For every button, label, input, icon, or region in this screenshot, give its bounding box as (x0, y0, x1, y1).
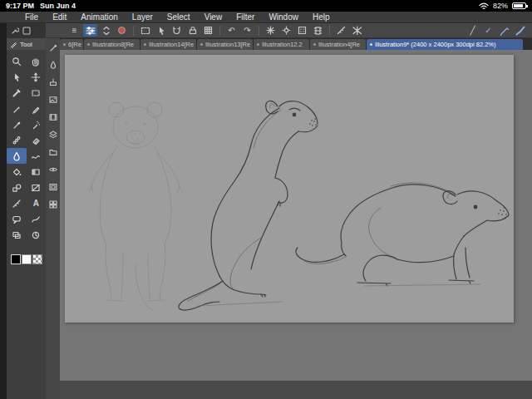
command-toolbar: ≡ ↶ ↷ (46, 23, 532, 38)
pencil-icon (10, 41, 17, 48)
snap-icon[interactable] (170, 24, 184, 37)
tool-panel-top-icons[interactable] (7, 23, 46, 38)
menu-help[interactable]: Help (313, 12, 330, 22)
subtool-folder-icon[interactable] (48, 147, 58, 157)
check-line-icon[interactable]: ✓ (481, 24, 495, 37)
menu-filter[interactable]: Filter (236, 12, 254, 22)
pencil-tool-icon[interactable] (27, 101, 47, 116)
operation-tool-icon[interactable] (7, 69, 27, 85)
document-tab-3[interactable]: Illustration13[Re (197, 39, 253, 50)
secondary-color-swatch[interactable] (22, 254, 32, 264)
color-swatches (11, 254, 43, 264)
subtool-navigator-icon[interactable] (48, 182, 58, 192)
transform-icon[interactable] (154, 24, 168, 37)
marquee-select-icon[interactable] (138, 24, 152, 37)
brush-stroke-icon[interactable] (513, 24, 527, 37)
sketch-rat-standing-profile (179, 101, 318, 310)
subtool-layers-icon[interactable] (48, 130, 58, 140)
date: Sun Jun 4 (40, 2, 76, 10)
tool-panel-header[interactable]: Tool (7, 38, 46, 50)
gradient-tool-icon[interactable] (27, 164, 47, 180)
subtool-eye-icon[interactable] (48, 165, 58, 175)
eyedropper-tool-icon[interactable] (7, 85, 27, 101)
wifi-icon (479, 2, 489, 10)
eraser-tool-icon[interactable] (27, 132, 47, 148)
menu-edit[interactable]: Edit (52, 12, 66, 22)
canvas-workspace (60, 50, 532, 381)
subtool-material-icon[interactable] (48, 200, 58, 209)
battery-percent: 82% (493, 2, 508, 10)
line-correction-tool-icon[interactable] (27, 211, 47, 227)
sync-icon[interactable] (115, 24, 129, 37)
canvas-artwork (65, 55, 514, 323)
document-tab-1[interactable]: Illustration8[Re (84, 39, 140, 50)
subtool-stamp-icon[interactable] (48, 77, 58, 87)
fill-tool-icon[interactable] (7, 164, 27, 180)
transparent-color-swatch[interactable] (32, 254, 42, 264)
panel-switch-icon (22, 27, 31, 35)
line-mode-icon[interactable]: ╱ (466, 24, 480, 37)
status-bar: 9:17 PM Sun Jun 4 82% (0, 0, 532, 12)
frame-border-tool-icon[interactable] (27, 180, 47, 195)
ruler-tool-icon[interactable] (7, 195, 27, 211)
menu-animation[interactable]: Animation (81, 12, 117, 22)
main-menu-icon[interactable]: ≡ (67, 24, 81, 37)
screentone-icon[interactable] (295, 24, 309, 37)
bottom-band (60, 381, 532, 399)
lock-icon[interactable] (185, 24, 200, 37)
canvas[interactable] (65, 55, 514, 323)
timeline-tool-icon[interactable] (27, 227, 47, 243)
menu-layer[interactable]: Layer (132, 12, 153, 22)
decoration-tool-icon[interactable] (7, 132, 27, 148)
document-tab-5[interactable]: Illustration4[Re (310, 39, 366, 50)
document-tab-2[interactable]: Illustration14[Re (140, 39, 196, 50)
perspective-icon[interactable] (350, 24, 364, 37)
move-tool-icon[interactable] (27, 69, 47, 85)
sketch-rat-front (89, 102, 182, 310)
document-tab-active[interactable]: Illustration9* (2400 x 2400px 300dpi 82.… (367, 39, 523, 50)
menu-file[interactable]: File (25, 12, 38, 22)
document-tab-bar: 6[Re Illustration8[Re Illustration14[Re … (60, 38, 532, 50)
menu-view[interactable]: View (204, 12, 223, 22)
blend-tool-icon[interactable] (7, 148, 27, 164)
liquify-tool-icon[interactable] (27, 148, 47, 164)
menu-select[interactable]: Select (167, 12, 190, 22)
subtool-brush-icon[interactable] (48, 42, 58, 52)
redo-icon[interactable]: ↷ (240, 24, 254, 37)
document-tab-4[interactable]: Illustration12.2 (254, 39, 309, 50)
text-tool-icon[interactable]: A (27, 195, 47, 211)
stepper-icon[interactable] (99, 24, 113, 37)
undo-icon[interactable]: ↶ (224, 24, 239, 37)
subtool-droplet-icon[interactable] (48, 60, 58, 70)
figure-tool-icon[interactable] (7, 180, 27, 195)
subtool-strip (46, 38, 60, 399)
filter-sparkle-icon[interactable] (264, 24, 278, 37)
menu-window[interactable]: Window (268, 12, 298, 22)
wrench-icon (11, 27, 19, 35)
effect-icon[interactable] (279, 24, 293, 37)
clock: 9:17 PM (6, 2, 34, 10)
subtool-film-icon[interactable] (48, 112, 58, 122)
primary-color-swatch[interactable] (11, 254, 21, 264)
tool-property-icon[interactable] (83, 24, 97, 37)
pen-tool-icon[interactable] (7, 101, 27, 116)
app-window: 9:17 PM Sun Jun 4 82% File Edit Animatio… (0, 0, 532, 399)
pen-pressure-icon[interactable] (497, 24, 511, 37)
ruler-diagonal-icon[interactable] (334, 24, 348, 37)
balloon-tool-icon[interactable] (7, 211, 27, 227)
document-tab-0[interactable]: 6[Re (60, 39, 83, 50)
battery-icon (512, 2, 526, 9)
grid-icon[interactable] (201, 24, 215, 37)
subview-tool-icon[interactable] (7, 227, 27, 243)
selection-tool-icon[interactable] (27, 85, 47, 101)
tool-panel: Tool (7, 23, 46, 399)
mesh-icon[interactable] (311, 24, 325, 37)
tool-panel-title: Tool (20, 41, 32, 48)
sketch-rat-quadruped (296, 183, 509, 286)
airbrush-tool-icon[interactable] (27, 116, 47, 132)
brush-tool-icon[interactable] (7, 116, 27, 132)
zoom-tool-icon[interactable] (7, 53, 27, 69)
left-edge-strip (0, 23, 7, 399)
hand-tool-icon[interactable] (27, 53, 47, 69)
subtool-image-icon[interactable] (48, 95, 58, 105)
